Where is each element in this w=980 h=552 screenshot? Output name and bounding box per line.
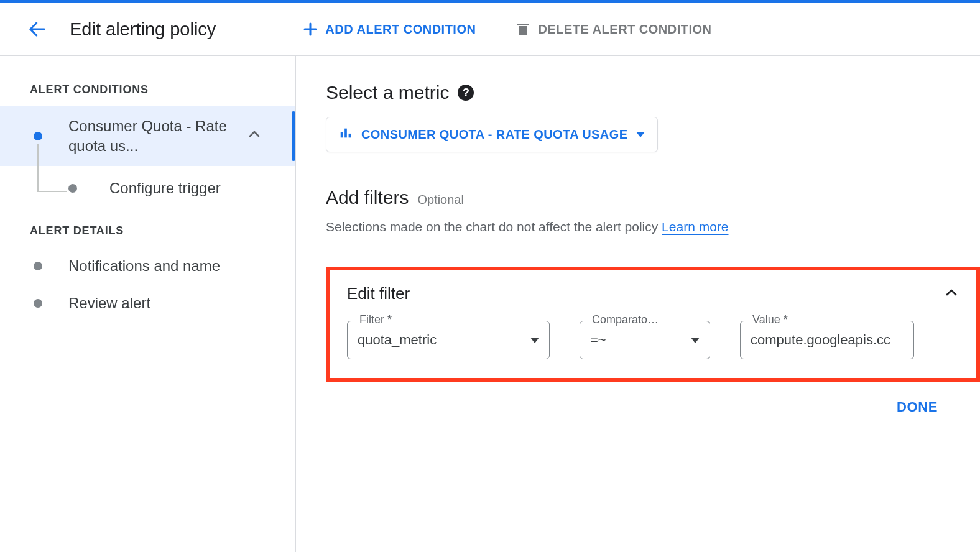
sidebar-step-configure-trigger-label: Configure trigger <box>109 178 295 198</box>
svg-rect-6 <box>349 134 351 137</box>
done-button[interactable]: DONE <box>889 394 945 420</box>
add-alert-condition-button[interactable]: ADD ALERT CONDITION <box>300 18 478 40</box>
edit-filter-title: Edit filter <box>347 284 410 303</box>
sidebar-step-notifications-label: Notifications and name <box>68 256 295 276</box>
sidebar-step-review[interactable]: Review alert <box>0 285 295 322</box>
arrow-left-icon <box>28 20 47 39</box>
comparator-field: Comparato… =~ <box>580 321 710 359</box>
value-input-box <box>740 321 914 359</box>
filter-field-label: Filter * <box>356 313 395 326</box>
sidebar-section-conditions: ALERT CONDITIONS <box>0 83 295 106</box>
main-content: Select a metric ? CONSUMER QUOTA - RATE … <box>296 56 980 552</box>
plus-icon <box>303 22 318 37</box>
svg-rect-2 <box>519 26 527 35</box>
filter-dropdown-value: quota_metric <box>358 332 437 348</box>
metric-selector[interactable]: CONSUMER QUOTA - RATE QUOTA USAGE <box>326 117 658 152</box>
help-icon[interactable]: ? <box>458 85 474 101</box>
back-arrow-button[interactable] <box>27 19 47 39</box>
learn-more-link[interactable]: Learn more <box>662 219 728 234</box>
comparator-dropdown-value: =~ <box>590 332 606 348</box>
delete-alert-condition-button[interactable]: DELETE ALERT CONDITION <box>513 18 714 40</box>
edit-filter-panel: Edit filter Filter * quota_metric Compar… <box>326 267 980 382</box>
select-metric-title: Select a metric <box>326 82 449 103</box>
sidebar-step-review-label: Review alert <box>68 293 295 313</box>
dropdown-triangle-icon <box>530 338 539 343</box>
add-filters-description: Selections made on the chart do not affe… <box>326 219 980 234</box>
step-bullet-icon <box>34 262 42 270</box>
dropdown-triangle-icon <box>691 338 700 343</box>
chevron-up-icon <box>944 285 959 300</box>
add-filters-heading: Add filters Optional <box>326 187 980 208</box>
chevron-up-icon <box>247 127 262 145</box>
svg-rect-3 <box>517 24 529 25</box>
value-input[interactable] <box>751 332 904 348</box>
filter-dropdown[interactable]: quota_metric <box>347 321 550 359</box>
value-field: Value * <box>740 321 914 359</box>
svg-rect-5 <box>344 129 347 138</box>
sidebar: ALERT CONDITIONS Consumer Quota - Rate q… <box>0 56 296 552</box>
svg-rect-4 <box>341 132 343 137</box>
step-bullet-icon <box>34 132 42 140</box>
trash-icon <box>515 22 530 37</box>
dropdown-triangle-icon <box>636 132 645 137</box>
metric-selector-label: CONSUMER QUOTA - RATE QUOTA USAGE <box>361 127 627 142</box>
sidebar-section-details: ALERT DETAILS <box>0 211 295 247</box>
step-bullet-icon <box>34 299 42 308</box>
collapse-filter-button[interactable] <box>944 285 959 303</box>
page-header: Edit alerting policy ADD ALERT CONDITION… <box>0 3 980 56</box>
select-metric-heading: Select a metric ? <box>326 82 980 103</box>
bar-chart-icon <box>339 126 353 143</box>
sidebar-step-notifications[interactable]: Notifications and name <box>0 247 295 285</box>
comparator-field-label: Comparato… <box>588 313 662 326</box>
add-filters-title: Add filters <box>326 187 409 208</box>
add-filters-optional: Optional <box>417 193 464 207</box>
add-alert-condition-label: ADD ALERT CONDITION <box>325 22 476 37</box>
filter-field: Filter * quota_metric <box>347 321 550 359</box>
delete-alert-condition-label: DELETE ALERT CONDITION <box>538 22 711 37</box>
page-title: Edit alerting policy <box>70 19 216 40</box>
value-field-label: Value * <box>749 313 792 326</box>
comparator-dropdown[interactable]: =~ <box>580 321 710 359</box>
step-bullet-icon <box>68 184 77 193</box>
